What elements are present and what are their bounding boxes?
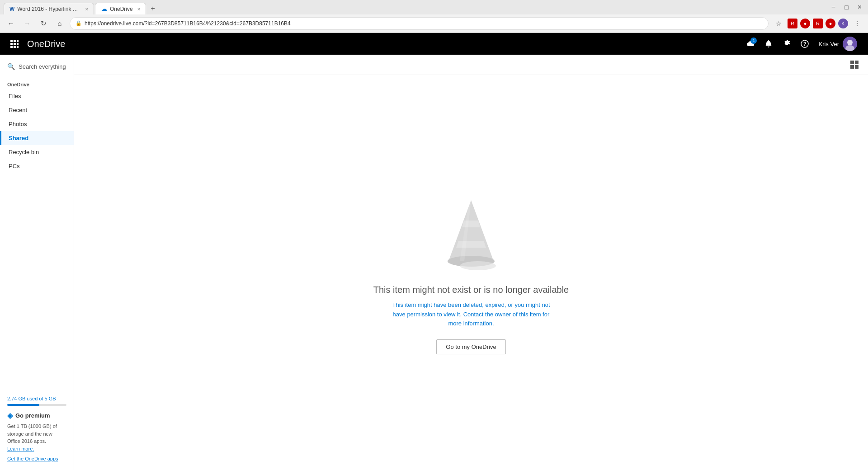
view-toggle-button[interactable]: [848, 58, 861, 71]
recycle-bin-label: Recycle bin: [9, 149, 39, 155]
svg-rect-15: [855, 61, 859, 64]
error-title: This item might not exist or is no longe…: [373, 285, 569, 295]
sidebar: 🔍 Search everything OneDrive Files Recen…: [0, 55, 74, 470]
user-avatar: [843, 37, 857, 51]
svg-rect-2: [17, 40, 19, 42]
error-description: This item might have been deleted, expir…: [390, 301, 552, 329]
url-text: https://onedrive.live.com/?id=267B3D8571…: [85, 20, 291, 27]
svg-marker-18: [448, 200, 494, 261]
ext-icon-3[interactable]: R: [813, 19, 823, 28]
app-header: OneDrive 1 ? Kris Ver: [0, 33, 868, 55]
svg-rect-17: [855, 65, 859, 69]
new-tab-button[interactable]: +: [147, 3, 159, 14]
svg-rect-7: [14, 46, 16, 48]
learn-more-link[interactable]: Learn more.: [7, 446, 34, 451]
storage-bar-fill: [7, 404, 39, 406]
get-apps-link[interactable]: Get the OneDrive apps: [7, 456, 66, 461]
tab1-title: Word 2016 - Hyperlink Target Fr...: [17, 6, 80, 12]
ext-icon-2[interactable]: ●: [800, 19, 810, 28]
premium-title: ◈ Go premium: [7, 411, 66, 420]
sidebar-item-recycle-bin[interactable]: Recycle bin: [0, 145, 74, 159]
error-illustration: [435, 191, 507, 274]
recent-label: Recent: [9, 107, 27, 113]
svg-point-12: [847, 40, 853, 45]
settings-button[interactable]: [778, 36, 795, 52]
sidebar-item-pcs[interactable]: PCs: [0, 159, 74, 173]
svg-marker-20: [456, 241, 486, 248]
svg-rect-0: [10, 40, 13, 42]
svg-point-22: [460, 261, 496, 270]
waffle-button[interactable]: [7, 37, 22, 51]
tab2-close[interactable]: ×: [137, 6, 140, 12]
window-controls: − □ ×: [829, 3, 864, 11]
tab2-favicon: ☁: [101, 6, 107, 12]
close-button[interactable]: ×: [855, 3, 864, 11]
sidebar-footer: 2.74 GB used of 5 GB ◈ Go premium Get 1 …: [0, 390, 74, 467]
reload-button[interactable]: ↻: [37, 17, 50, 30]
svg-rect-16: [850, 65, 854, 69]
error-container: This item might not exist or is no longe…: [74, 75, 868, 470]
svg-rect-1: [14, 40, 16, 42]
svg-rect-3: [10, 43, 13, 45]
ext-icon-1[interactable]: R: [788, 19, 797, 28]
browser-tab-1[interactable]: W Word 2016 - Hyperlink Target Fr... ×: [4, 3, 94, 14]
address-bar[interactable]: 🔒 https://onedrive.live.com/?id=267B3D85…: [70, 17, 769, 30]
files-label: Files: [9, 93, 21, 99]
home-button[interactable]: ⌂: [53, 17, 66, 30]
minimize-button[interactable]: −: [829, 3, 838, 11]
storage-bar-bg: [7, 404, 66, 406]
sidebar-section-label: OneDrive: [0, 75, 74, 89]
main-toolbar: [74, 55, 868, 75]
shared-label: Shared: [9, 135, 28, 141]
header-icons: 1 ? Kris Ver: [742, 35, 861, 53]
user-profile-button[interactable]: K: [838, 19, 848, 28]
photos-label: Photos: [9, 121, 27, 127]
browser-chrome: W Word 2016 - Hyperlink Target Fr... × ☁…: [0, 0, 868, 33]
search-label: Search everything: [19, 63, 66, 70]
diamond-icon: ◈: [7, 411, 13, 420]
premium-desc-text: Get 1 TB (1000 GB) of storage and the ne…: [7, 423, 57, 444]
sidebar-item-shared[interactable]: Shared: [0, 131, 74, 145]
svg-text:?: ?: [803, 41, 807, 47]
ext-icon-4[interactable]: ●: [826, 19, 835, 28]
more-button[interactable]: ⋮: [851, 17, 863, 30]
premium-title-text: Go premium: [15, 412, 50, 419]
app-title: OneDrive: [27, 39, 65, 49]
svg-rect-14: [850, 61, 854, 64]
svg-rect-8: [17, 46, 19, 48]
svg-rect-4: [14, 43, 16, 45]
user-menu-button[interactable]: Kris Ver: [815, 35, 861, 53]
pcs-label: PCs: [9, 163, 20, 169]
help-button[interactable]: ?: [797, 36, 813, 52]
main-content: This item might not exist or is no longe…: [74, 55, 868, 470]
search-icon: 🔍: [7, 63, 15, 70]
maximize-button[interactable]: □: [842, 4, 851, 11]
svg-marker-19: [462, 221, 480, 227]
app-body: 🔍 Search everything OneDrive Files Recen…: [0, 55, 868, 470]
browser-tab-2[interactable]: ☁ OneDrive ×: [95, 3, 146, 14]
premium-desc: Get 1 TB (1000 GB) of storage and the ne…: [7, 423, 66, 452]
storage-label: 2.74 GB used of 5 GB: [7, 396, 66, 401]
browser-addressbar: ← → ↻ ⌂ 🔒 https://onedrive.live.com/?id=…: [0, 14, 868, 33]
cloud-badge: 1: [750, 38, 757, 44]
lock-icon: 🔒: [75, 20, 82, 26]
svg-rect-6: [10, 46, 13, 48]
forward-button[interactable]: →: [21, 17, 33, 30]
svg-rect-5: [17, 43, 19, 45]
back-button[interactable]: ←: [5, 17, 17, 30]
tab2-title: OneDrive: [110, 6, 133, 12]
cloud-sync-button[interactable]: 1: [742, 36, 759, 52]
search-everything-button[interactable]: 🔍 Search everything: [0, 58, 74, 75]
browser-titlebar: W Word 2016 - Hyperlink Target Fr... × ☁…: [0, 0, 868, 14]
cone-svg: [435, 191, 507, 273]
browser-tabs: W Word 2016 - Hyperlink Target Fr... × ☁…: [4, 0, 159, 14]
user-name: Kris Ver: [818, 41, 839, 47]
tab1-close[interactable]: ×: [85, 6, 88, 12]
sidebar-item-photos[interactable]: Photos: [0, 117, 74, 131]
go-to-onedrive-button[interactable]: Go to my OneDrive: [436, 339, 505, 354]
browser-toolbar-extras: ☆ R ● R ● K ⋮: [772, 17, 863, 30]
star-button[interactable]: ☆: [772, 17, 785, 30]
sidebar-item-recent[interactable]: Recent: [0, 103, 74, 117]
bell-button[interactable]: [760, 36, 777, 52]
sidebar-item-files[interactable]: Files: [0, 89, 74, 103]
